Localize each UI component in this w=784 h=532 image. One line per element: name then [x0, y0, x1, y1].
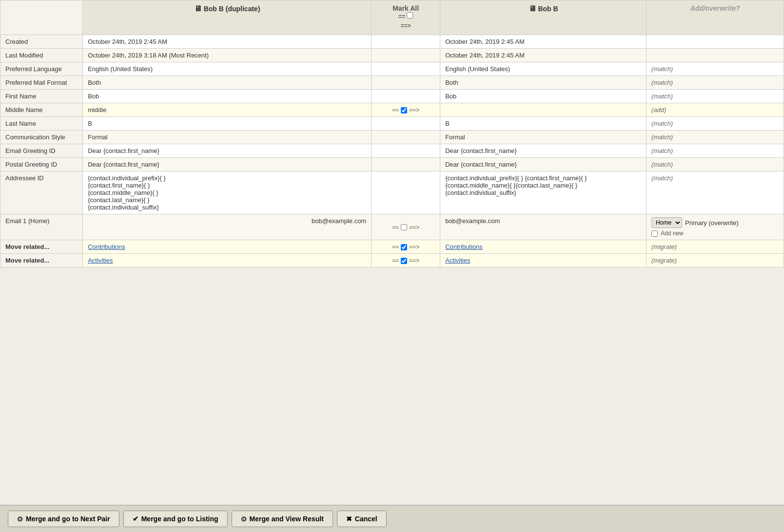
table-body: CreatedOctober 24th, 2019 2:45 AMOctober…	[0, 35, 784, 267]
main-header-label: Bob B	[538, 5, 558, 13]
main-value-created: October 24th, 2019 2:45 AM	[440, 35, 647, 49]
field-label-move-activities: Move related...	[0, 254, 83, 267]
table-row-email-1-home: Email 1 (Home)bob@example.com== ==>bob@e…	[0, 214, 784, 240]
main-value-last-name: B	[440, 117, 647, 131]
table-row-last-name: Last NameBB(match)	[0, 117, 784, 131]
action-label-last-name: (match)	[651, 120, 673, 127]
mark-cell-created	[372, 35, 440, 49]
merge-listing-button[interactable]: ✔ Merge and go to Listing	[123, 511, 228, 527]
mark-cell-move-activities: == ==>	[372, 254, 440, 267]
checkbox-arrow-move-activities: == ==>	[392, 257, 419, 264]
main-value-postal-greeting-id: Dear {contact.first_name}	[440, 158, 647, 171]
checkbox-arrow-email-1-home: == ==>	[392, 224, 419, 231]
dup-value-email-greeting-id: Dear {contact.first_name}	[83, 144, 372, 158]
action-label-middle-name: (add)	[651, 106, 666, 114]
merge-next-pair-icon: ⊙	[17, 515, 23, 523]
mark-cell-preferred-language	[372, 62, 440, 76]
merge-view-icon: ⊙	[241, 515, 247, 523]
field-label-last-modified: Last Modified	[0, 49, 83, 62]
field-label-created: Created	[0, 35, 83, 49]
action-cell-addressee-id: (match)	[647, 171, 784, 214]
field-label-postal-greeting-id: Postal Greeting ID	[0, 158, 83, 171]
mark-cell-email-greeting-id	[372, 144, 440, 158]
row-checkbox-move-activities[interactable]	[401, 258, 407, 264]
merge-listing-icon: ✔	[133, 515, 138, 523]
main-value-move-activities: Activities	[440, 254, 647, 267]
field-label-email-1-home: Email 1 (Home)	[0, 214, 83, 240]
mark-cell-last-modified	[372, 49, 440, 62]
merge-next-pair-label: Merge and go to Next Pair	[26, 515, 110, 523]
action-cell-created	[647, 35, 784, 49]
mark-all-label: Mark All	[376, 4, 435, 12]
cancel-button[interactable]: ✖ Cancel	[337, 511, 387, 527]
table-row-postal-greeting-id: Postal Greeting IDDear {contact.first_na…	[0, 158, 784, 171]
field-label-preferred-mail-format: Preferred Mail Format	[0, 76, 83, 90]
dup-value-preferred-mail-format: Both	[83, 76, 372, 90]
field-label-move-contributions: Move related...	[0, 240, 83, 254]
main-link-move-activities[interactable]: Activities	[445, 257, 470, 264]
table-row-addressee-id: Addressee ID{contact.individual_prefix}{…	[0, 171, 784, 214]
table-row-email-greeting-id: Email Greeting IDDear {contact.first_nam…	[0, 144, 784, 158]
main-value-preferred-language: English (United States)	[440, 62, 647, 76]
mark-cell-email-1-home: == ==>	[372, 214, 440, 240]
main-value-first-name: Bob	[440, 90, 647, 103]
col-action-header: Add/overwrite?	[647, 0, 784, 35]
mark-cell-last-name	[372, 117, 440, 131]
dup-value-email-1-home: bob@example.com	[83, 214, 372, 240]
person-icon-main: 🖥	[529, 4, 536, 13]
action-cell-last-name: (match)	[647, 117, 784, 131]
footer-bar: ⊙ Merge and go to Next Pair ✔ Merge and …	[0, 505, 784, 532]
mark-cell-move-contributions: == ==>	[372, 240, 440, 254]
cancel-icon: ✖	[346, 515, 352, 523]
action-cell-last-modified	[647, 49, 784, 62]
field-label-communication-style: Communication Style	[0, 131, 83, 144]
action-cell-first-name: (match)	[647, 90, 784, 103]
dup-value-last-modified: October 24th, 2019 3:18 AM (Most Recent)	[83, 49, 372, 62]
col-main-header: 🖥 Bob B	[440, 0, 647, 35]
table-row-communication-style: Communication StyleFormalFormal(match)	[0, 131, 784, 144]
field-label-email-greeting-id: Email Greeting ID	[0, 144, 83, 158]
table-row-preferred-language: Preferred LanguageEnglish (United States…	[0, 62, 784, 76]
main-link-move-contributions[interactable]: Contributions	[445, 243, 483, 250]
mark-cell-postal-greeting-id	[372, 158, 440, 171]
dup-value-communication-style: Formal	[83, 131, 372, 144]
col-dup-header: 🖥 Bob B (duplicate)	[83, 0, 372, 35]
field-label-middle-name: Middle Name	[0, 103, 83, 117]
action-cell-preferred-language: (match)	[647, 62, 784, 76]
cancel-label: Cancel	[355, 515, 377, 523]
action-label-move-activities: (migrate)	[651, 257, 677, 264]
add-new-checkbox[interactable]	[651, 230, 658, 237]
action-cell-middle-name: (add)	[647, 103, 784, 117]
email-location-select[interactable]: Home	[651, 217, 682, 228]
dup-link-move-activities[interactable]: Activities	[88, 257, 113, 264]
person-icon-dup: 🖥	[194, 4, 202, 13]
field-label-last-name: Last Name	[0, 117, 83, 131]
table-row-first-name: First NameBobBob(match)	[0, 90, 784, 103]
table-row-last-modified: Last ModifiedOctober 24th, 2019 3:18 AM …	[0, 49, 784, 62]
merge-next-pair-button[interactable]: ⊙ Merge and go to Next Pair	[8, 511, 119, 527]
primary-overwrite-label: Primary (overwrite)	[685, 219, 739, 227]
merge-view-result-button[interactable]: ⊙ Merge and View Result	[232, 511, 333, 527]
mark-all-checkbox[interactable]	[407, 12, 413, 19]
dup-header-label: Bob B (duplicate)	[204, 5, 260, 13]
table-container: 🖥 Bob B (duplicate) Mark All == ==> 🖥 Bo…	[0, 0, 784, 505]
table-row-middle-name: Middle Namemiddie== ==>(add)	[0, 103, 784, 117]
action-label-email-greeting-id: (match)	[651, 147, 673, 154]
dup-link-move-contributions[interactable]: Contributions	[88, 243, 125, 250]
action-label-communication-style: (match)	[651, 133, 673, 141]
checkbox-arrow-middle-name: == ==>	[392, 107, 419, 114]
row-checkbox-email-1-home[interactable]	[401, 224, 407, 230]
table-row-move-contributions: Move related...Contributions== ==>Contri…	[0, 240, 784, 254]
mark-cell-communication-style	[372, 131, 440, 144]
action-cell-communication-style: (match)	[647, 131, 784, 144]
field-label-first-name: First Name	[0, 90, 83, 103]
action-cell-email-greeting-id: (match)	[647, 144, 784, 158]
main-value-communication-style: Formal	[440, 131, 647, 144]
merge-view-label: Merge and View Result	[250, 515, 324, 523]
table-row-created: CreatedOctober 24th, 2019 2:45 AMOctober…	[0, 35, 784, 49]
row-checkbox-middle-name[interactable]	[401, 107, 407, 114]
table-header-row: 🖥 Bob B (duplicate) Mark All == ==> 🖥 Bo…	[0, 0, 784, 35]
action-cell-email-1-home: HomePrimary (overwrite)Add new	[647, 214, 784, 240]
merge-listing-label: Merge and go to Listing	[141, 515, 218, 523]
row-checkbox-move-contributions[interactable]	[401, 244, 407, 250]
